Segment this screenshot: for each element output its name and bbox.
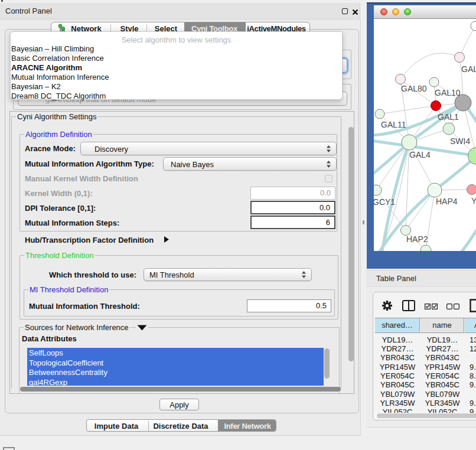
svg-text:GAL7: GAL7 (461, 64, 476, 74)
svg-text:Y: Y (471, 196, 476, 206)
svg-text:GAL80: GAL80 (401, 84, 427, 93)
svg-text:GAL1: GAL1 (438, 112, 459, 122)
svg-text:GAL4: GAL4 (409, 150, 431, 159)
svg-text:GAL11: GAL11 (381, 120, 406, 129)
svg-text:SWI4: SWI4 (450, 136, 470, 146)
svg-text:GAL10: GAL10 (435, 88, 461, 97)
svg-text:GCY1: GCY1 (374, 197, 395, 207)
svg-text:HAP2: HAP2 (406, 234, 428, 244)
svg-text:HAP4: HAP4 (436, 197, 458, 206)
